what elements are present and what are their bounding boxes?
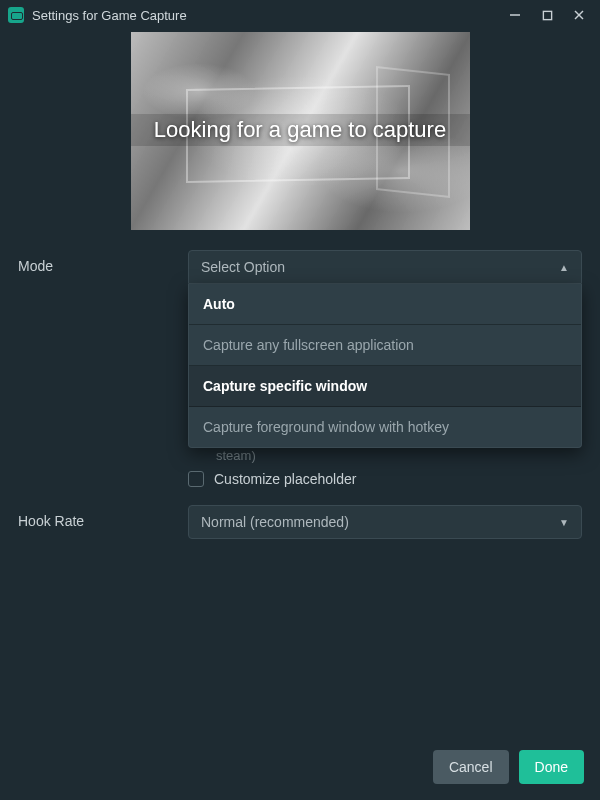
mode-option-specific-window[interactable]: Capture specific window [189, 366, 581, 407]
chevron-up-icon: ▲ [559, 262, 569, 273]
mode-option-foreground-hotkey[interactable]: Capture foreground window with hotkey [189, 407, 581, 447]
hook-rate-value: Normal (recommended) [201, 514, 349, 530]
hook-rate-label: Hook Rate [18, 505, 188, 529]
maximize-icon[interactable] [540, 8, 554, 22]
app-icon [8, 7, 24, 23]
titlebar: Settings for Game Capture [0, 0, 600, 30]
close-icon[interactable] [572, 8, 586, 22]
mode-label: Mode [18, 250, 188, 274]
dialog-footer: Cancel Done [433, 750, 584, 784]
mode-option-auto[interactable]: Auto [189, 284, 581, 325]
preview-overlay-text: Looking for a game to capture [131, 114, 470, 146]
window-controls [508, 8, 586, 22]
mode-select-placeholder: Select Option [201, 259, 285, 275]
mode-dropdown: Auto Capture any fullscreen application … [188, 284, 582, 448]
customize-placeholder-checkbox[interactable] [188, 471, 204, 487]
capture-preview: Looking for a game to capture [131, 32, 470, 230]
customize-placeholder-label: Customize placeholder [214, 471, 356, 487]
done-button[interactable]: Done [519, 750, 584, 784]
cancel-button[interactable]: Cancel [433, 750, 509, 784]
mode-select[interactable]: Select Option ▲ [188, 250, 582, 284]
obscured-text-line: steam) [18, 448, 582, 463]
chevron-down-icon: ▼ [559, 517, 569, 528]
window-title: Settings for Game Capture [32, 8, 508, 23]
mode-option-fullscreen[interactable]: Capture any fullscreen application [189, 325, 581, 366]
minimize-icon[interactable] [508, 8, 522, 22]
svg-rect-1 [543, 11, 551, 19]
hook-rate-select[interactable]: Normal (recommended) ▼ [188, 505, 582, 539]
